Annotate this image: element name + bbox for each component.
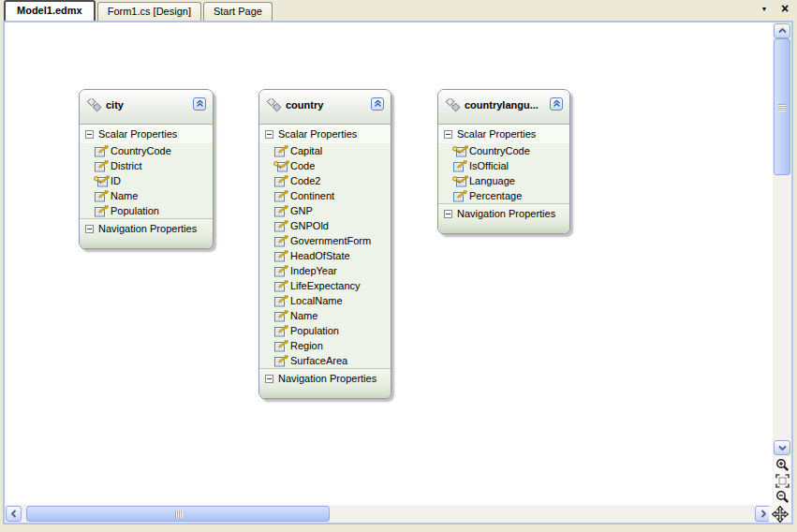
property-row-district[interactable]: District: [80, 158, 213, 173]
pan-button[interactable]: [769, 505, 791, 523]
property-row-lifeexpectancy[interactable]: LifeExpectancy: [259, 278, 391, 293]
horizontal-scrollbar[interactable]: [5, 505, 773, 523]
property-row-population[interactable]: Population: [80, 203, 213, 218]
entity-footer: [438, 223, 569, 233]
thumb-grip: [175, 510, 182, 518]
collapse-minus-icon[interactable]: [265, 375, 273, 383]
property-row-region[interactable]: Region: [259, 338, 391, 353]
edmx-diagram-canvas[interactable]: city Scalar Properties CountryCode Distr…: [5, 22, 773, 507]
key-property-icon: [452, 145, 468, 157]
scalar-property-icon: [273, 250, 289, 262]
property-row-indepyear[interactable]: IndepYear: [259, 263, 391, 278]
zoom-out-button[interactable]: [774, 489, 790, 505]
property-name: Region: [290, 340, 323, 351]
property-row-code2[interactable]: Code2: [259, 173, 391, 188]
chevron-up-icon: [778, 28, 787, 34]
property-name: Name: [290, 310, 317, 321]
property-row-language[interactable]: Language: [438, 173, 569, 188]
section-label: Scalar Properties: [98, 128, 177, 140]
property-row-countrycode[interactable]: CountryCode: [80, 143, 213, 158]
scalar-property-icon: [94, 145, 110, 157]
entity-title: city: [106, 99, 124, 111]
scalar-property-icon: [273, 190, 289, 202]
collapse-entity-button[interactable]: [371, 97, 384, 111]
property-row-gnp[interactable]: GNP: [259, 203, 391, 218]
property-row-isofficial[interactable]: IsOfficial: [438, 158, 569, 173]
collapse-minus-icon[interactable]: [444, 210, 452, 218]
property-row-surfacearea[interactable]: SurfaceArea: [259, 353, 391, 368]
property-name: Population: [290, 325, 339, 336]
collapse-entity-button[interactable]: [193, 97, 206, 111]
scroll-left-button[interactable]: [6, 506, 22, 522]
close-document-icon[interactable]: ×: [778, 3, 791, 14]
section-label: Scalar Properties: [278, 128, 357, 140]
property-row-gnpold[interactable]: GNPOld: [259, 218, 391, 233]
property-row-percentage[interactable]: Percentage: [438, 188, 569, 203]
property-row-population[interactable]: Population: [259, 323, 391, 338]
property-name: Continent: [290, 190, 334, 201]
vertical-scrollbar-thumb[interactable]: [774, 38, 790, 175]
scroll-down-button[interactable]: [774, 440, 790, 455]
section-label: Navigation Properties: [98, 223, 197, 234]
navigation-properties-section-header[interactable]: Navigation Properties: [259, 368, 391, 388]
navigation-properties-section-header[interactable]: Navigation Properties: [438, 203, 569, 223]
scalar-property-icon: [452, 160, 468, 172]
property-row-continent[interactable]: Continent: [259, 188, 391, 203]
key-property-icon: [94, 175, 110, 187]
tab-list-dropdown-icon[interactable]: ▼: [758, 3, 771, 14]
scalar-properties-section-header[interactable]: Scalar Properties: [438, 125, 569, 143]
entity-header[interactable]: country: [259, 90, 391, 125]
scalar-property-icon: [94, 190, 110, 202]
property-name: SurfaceArea: [290, 355, 347, 366]
navigation-properties-section-header[interactable]: Navigation Properties: [80, 218, 213, 238]
zoom-to-fit-icon: [775, 474, 790, 488]
property-row-name[interactable]: Name: [80, 188, 213, 203]
property-row-headofstate[interactable]: HeadOfState: [259, 248, 391, 263]
chevron-down-icon: [778, 445, 787, 451]
thumb-grip: [778, 104, 786, 111]
tab-start-page[interactable]: Start Page: [203, 2, 273, 21]
collapse-minus-icon[interactable]: [85, 130, 94, 139]
vertical-scrollbar[interactable]: [773, 22, 791, 507]
scalar-property-icon: [273, 205, 289, 217]
property-row-capital[interactable]: Capital: [259, 143, 391, 158]
scalar-properties-section-header[interactable]: Scalar Properties: [80, 125, 213, 143]
property-row-name[interactable]: Name: [259, 308, 391, 323]
collapse-minus-icon[interactable]: [444, 130, 452, 139]
scalar-properties-section-header[interactable]: Scalar Properties: [259, 125, 391, 143]
horizontal-scrollbar-thumb[interactable]: [26, 506, 330, 522]
entity-header[interactable]: countrylangu...: [438, 90, 569, 125]
collapse-minus-icon[interactable]: [265, 130, 273, 139]
entity-type-icon: [266, 98, 283, 115]
scroll-up-button[interactable]: [774, 23, 790, 38]
scalar-property-icon: [273, 295, 289, 307]
property-name: GovernmentForm: [290, 235, 371, 246]
property-row-governmentform[interactable]: GovernmentForm: [259, 233, 391, 248]
entity-countrylanguage[interactable]: countrylangu... Scalar Properties Countr…: [437, 89, 570, 234]
zoom-to-fit-button[interactable]: [774, 473, 790, 489]
entity-footer: [80, 238, 213, 248]
property-row-id[interactable]: ID: [80, 173, 213, 188]
entity-city[interactable]: city Scalar Properties CountryCode Distr…: [79, 89, 214, 249]
tab-form1-cs-design[interactable]: Form1.cs [Design]: [97, 2, 201, 21]
scalar-property-icon: [273, 325, 289, 337]
scalar-property-icon: [273, 175, 289, 187]
property-row-code[interactable]: Code: [259, 158, 391, 173]
property-row-localname[interactable]: LocalName: [259, 293, 391, 308]
double-chevron-up-icon: [553, 98, 561, 110]
entity-header[interactable]: city: [80, 90, 213, 125]
chevron-right-icon: [760, 510, 766, 518]
entity-type-icon: [86, 98, 103, 115]
tab-model1-edmx[interactable]: Model1.edmx: [4, 0, 96, 21]
zoom-in-button[interactable]: [774, 457, 790, 473]
property-row-countrycode[interactable]: CountryCode: [438, 143, 569, 158]
property-name: Code2: [290, 175, 320, 186]
collapse-minus-icon[interactable]: [85, 225, 94, 233]
document-tab-bar: Model1.edmx Form1.cs [Design] Start Page…: [0, 0, 797, 21]
scalar-property-icon: [273, 340, 289, 352]
scalar-property-icon: [273, 235, 289, 247]
zoom-in-icon: [775, 458, 790, 472]
entity-country[interactable]: country Scalar Properties Capital Code C…: [258, 89, 391, 399]
section-label: Navigation Properties: [278, 373, 376, 384]
collapse-entity-button[interactable]: [550, 97, 563, 111]
